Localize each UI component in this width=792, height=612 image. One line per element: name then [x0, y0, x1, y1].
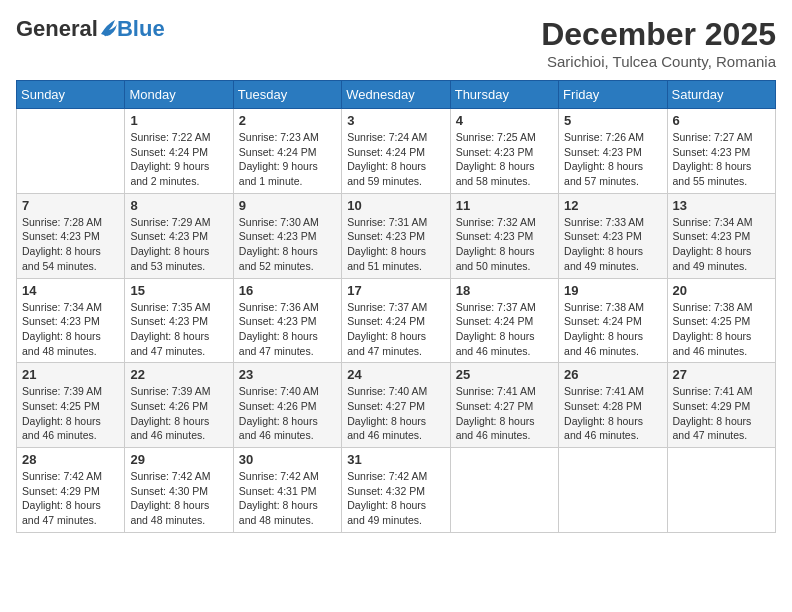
day-number: 15 — [130, 283, 227, 298]
day-number: 12 — [564, 198, 661, 213]
day-info: Sunrise: 7:34 AMSunset: 4:23 PMDaylight:… — [22, 300, 119, 359]
weekday-header-sunday: Sunday — [17, 81, 125, 109]
day-info: Sunrise: 7:32 AMSunset: 4:23 PMDaylight:… — [456, 215, 553, 274]
logo-general-text: General — [16, 16, 98, 42]
location-subtitle: Sarichioi, Tulcea County, Romania — [541, 53, 776, 70]
day-number: 13 — [673, 198, 770, 213]
day-info: Sunrise: 7:42 AMSunset: 4:29 PMDaylight:… — [22, 469, 119, 528]
day-number: 22 — [130, 367, 227, 382]
day-info: Sunrise: 7:34 AMSunset: 4:23 PMDaylight:… — [673, 215, 770, 274]
day-number: 25 — [456, 367, 553, 382]
day-number: 6 — [673, 113, 770, 128]
weekday-header-monday: Monday — [125, 81, 233, 109]
weekday-header-thursday: Thursday — [450, 81, 558, 109]
day-info: Sunrise: 7:24 AMSunset: 4:24 PMDaylight:… — [347, 130, 444, 189]
calendar-cell: 2Sunrise: 7:23 AMSunset: 4:24 PMDaylight… — [233, 109, 341, 194]
calendar-cell: 18Sunrise: 7:37 AMSunset: 4:24 PMDayligh… — [450, 278, 558, 363]
day-info: Sunrise: 7:27 AMSunset: 4:23 PMDaylight:… — [673, 130, 770, 189]
calendar-cell: 1Sunrise: 7:22 AMSunset: 4:24 PMDaylight… — [125, 109, 233, 194]
calendar-cell: 15Sunrise: 7:35 AMSunset: 4:23 PMDayligh… — [125, 278, 233, 363]
day-info: Sunrise: 7:26 AMSunset: 4:23 PMDaylight:… — [564, 130, 661, 189]
calendar-cell: 25Sunrise: 7:41 AMSunset: 4:27 PMDayligh… — [450, 363, 558, 448]
calendar-cell: 22Sunrise: 7:39 AMSunset: 4:26 PMDayligh… — [125, 363, 233, 448]
day-number: 16 — [239, 283, 336, 298]
day-info: Sunrise: 7:35 AMSunset: 4:23 PMDaylight:… — [130, 300, 227, 359]
calendar-cell: 12Sunrise: 7:33 AMSunset: 4:23 PMDayligh… — [559, 193, 667, 278]
day-info: Sunrise: 7:39 AMSunset: 4:26 PMDaylight:… — [130, 384, 227, 443]
calendar-cell: 4Sunrise: 7:25 AMSunset: 4:23 PMDaylight… — [450, 109, 558, 194]
day-number: 21 — [22, 367, 119, 382]
logo-blue-text: Blue — [117, 16, 165, 42]
day-info: Sunrise: 7:39 AMSunset: 4:25 PMDaylight:… — [22, 384, 119, 443]
day-number: 26 — [564, 367, 661, 382]
day-number: 30 — [239, 452, 336, 467]
calendar-cell: 29Sunrise: 7:42 AMSunset: 4:30 PMDayligh… — [125, 448, 233, 533]
calendar-cell: 19Sunrise: 7:38 AMSunset: 4:24 PMDayligh… — [559, 278, 667, 363]
weekday-header-tuesday: Tuesday — [233, 81, 341, 109]
calendar-cell: 27Sunrise: 7:41 AMSunset: 4:29 PMDayligh… — [667, 363, 775, 448]
day-number: 1 — [130, 113, 227, 128]
calendar-cell: 23Sunrise: 7:40 AMSunset: 4:26 PMDayligh… — [233, 363, 341, 448]
logo-bird-icon — [99, 16, 117, 38]
weekday-header-wednesday: Wednesday — [342, 81, 450, 109]
calendar-cell: 7Sunrise: 7:28 AMSunset: 4:23 PMDaylight… — [17, 193, 125, 278]
day-info: Sunrise: 7:42 AMSunset: 4:32 PMDaylight:… — [347, 469, 444, 528]
page-header: General Blue December 2025 Sarichioi, Tu… — [16, 16, 776, 70]
calendar-header: SundayMondayTuesdayWednesdayThursdayFrid… — [17, 81, 776, 109]
title-block: December 2025 Sarichioi, Tulcea County, … — [541, 16, 776, 70]
day-info: Sunrise: 7:38 AMSunset: 4:25 PMDaylight:… — [673, 300, 770, 359]
calendar-cell: 26Sunrise: 7:41 AMSunset: 4:28 PMDayligh… — [559, 363, 667, 448]
day-info: Sunrise: 7:30 AMSunset: 4:23 PMDaylight:… — [239, 215, 336, 274]
calendar-cell: 10Sunrise: 7:31 AMSunset: 4:23 PMDayligh… — [342, 193, 450, 278]
calendar-cell: 8Sunrise: 7:29 AMSunset: 4:23 PMDaylight… — [125, 193, 233, 278]
calendar-cell: 21Sunrise: 7:39 AMSunset: 4:25 PMDayligh… — [17, 363, 125, 448]
day-number: 23 — [239, 367, 336, 382]
calendar-cell: 6Sunrise: 7:27 AMSunset: 4:23 PMDaylight… — [667, 109, 775, 194]
day-info: Sunrise: 7:41 AMSunset: 4:29 PMDaylight:… — [673, 384, 770, 443]
day-info: Sunrise: 7:22 AMSunset: 4:24 PMDaylight:… — [130, 130, 227, 189]
day-number: 31 — [347, 452, 444, 467]
calendar-table: SundayMondayTuesdayWednesdayThursdayFrid… — [16, 80, 776, 533]
calendar-cell — [450, 448, 558, 533]
day-info: Sunrise: 7:36 AMSunset: 4:23 PMDaylight:… — [239, 300, 336, 359]
day-info: Sunrise: 7:41 AMSunset: 4:28 PMDaylight:… — [564, 384, 661, 443]
calendar-cell: 28Sunrise: 7:42 AMSunset: 4:29 PMDayligh… — [17, 448, 125, 533]
calendar-cell — [17, 109, 125, 194]
day-number: 8 — [130, 198, 227, 213]
calendar-cell: 11Sunrise: 7:32 AMSunset: 4:23 PMDayligh… — [450, 193, 558, 278]
day-info: Sunrise: 7:41 AMSunset: 4:27 PMDaylight:… — [456, 384, 553, 443]
calendar-cell: 20Sunrise: 7:38 AMSunset: 4:25 PMDayligh… — [667, 278, 775, 363]
calendar-cell — [667, 448, 775, 533]
calendar-cell: 16Sunrise: 7:36 AMSunset: 4:23 PMDayligh… — [233, 278, 341, 363]
day-info: Sunrise: 7:23 AMSunset: 4:24 PMDaylight:… — [239, 130, 336, 189]
day-number: 20 — [673, 283, 770, 298]
calendar-cell: 13Sunrise: 7:34 AMSunset: 4:23 PMDayligh… — [667, 193, 775, 278]
day-number: 9 — [239, 198, 336, 213]
day-number: 18 — [456, 283, 553, 298]
day-number: 5 — [564, 113, 661, 128]
day-number: 3 — [347, 113, 444, 128]
day-info: Sunrise: 7:29 AMSunset: 4:23 PMDaylight:… — [130, 215, 227, 274]
day-number: 28 — [22, 452, 119, 467]
logo: General Blue — [16, 16, 165, 42]
calendar-cell: 17Sunrise: 7:37 AMSunset: 4:24 PMDayligh… — [342, 278, 450, 363]
day-number: 27 — [673, 367, 770, 382]
day-info: Sunrise: 7:42 AMSunset: 4:31 PMDaylight:… — [239, 469, 336, 528]
day-number: 29 — [130, 452, 227, 467]
calendar-cell: 24Sunrise: 7:40 AMSunset: 4:27 PMDayligh… — [342, 363, 450, 448]
day-info: Sunrise: 7:38 AMSunset: 4:24 PMDaylight:… — [564, 300, 661, 359]
day-info: Sunrise: 7:40 AMSunset: 4:27 PMDaylight:… — [347, 384, 444, 443]
day-number: 19 — [564, 283, 661, 298]
calendar-cell: 9Sunrise: 7:30 AMSunset: 4:23 PMDaylight… — [233, 193, 341, 278]
day-info: Sunrise: 7:31 AMSunset: 4:23 PMDaylight:… — [347, 215, 444, 274]
day-number: 14 — [22, 283, 119, 298]
day-number: 4 — [456, 113, 553, 128]
day-info: Sunrise: 7:28 AMSunset: 4:23 PMDaylight:… — [22, 215, 119, 274]
day-info: Sunrise: 7:42 AMSunset: 4:30 PMDaylight:… — [130, 469, 227, 528]
day-number: 10 — [347, 198, 444, 213]
day-number: 11 — [456, 198, 553, 213]
day-info: Sunrise: 7:33 AMSunset: 4:23 PMDaylight:… — [564, 215, 661, 274]
day-info: Sunrise: 7:37 AMSunset: 4:24 PMDaylight:… — [456, 300, 553, 359]
day-number: 7 — [22, 198, 119, 213]
day-info: Sunrise: 7:40 AMSunset: 4:26 PMDaylight:… — [239, 384, 336, 443]
